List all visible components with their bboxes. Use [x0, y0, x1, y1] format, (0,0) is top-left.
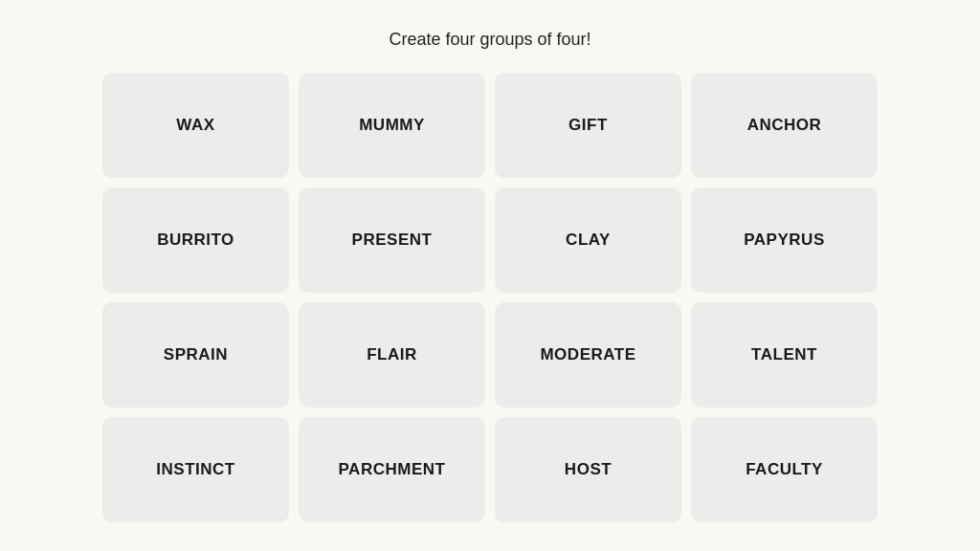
word-tile[interactable]: TALENT	[691, 302, 878, 408]
word-tile[interactable]: MUMMY	[299, 73, 485, 178]
word-tile-label: ANCHOR	[738, 116, 832, 135]
word-tile-label: PAPYRUS	[734, 231, 835, 250]
word-tile-label: MUMMY	[349, 116, 434, 135]
word-grid: WAXMUMMYGIFTANCHORBURRITOPRESENTCLAYPAPY…	[102, 73, 878, 522]
word-tile-label: CLAY	[556, 231, 620, 250]
word-tile-label: PARCHMENT	[329, 460, 456, 479]
word-tile-label: INSTINCT	[146, 460, 244, 479]
word-tile[interactable]: WAX	[102, 73, 289, 178]
word-tile[interactable]: HOST	[495, 417, 681, 522]
word-tile[interactable]: PRESENT	[299, 187, 485, 293]
instruction-text: Create four groups of four!	[389, 30, 590, 50]
word-tile[interactable]: FACULTY	[691, 417, 878, 522]
game-container: Create four groups of four! WAXMUMMYGIFT…	[83, 11, 897, 541]
word-tile-label: PRESENT	[343, 231, 442, 250]
word-tile[interactable]: PARCHMENT	[299, 417, 485, 522]
word-tile[interactable]: MODERATE	[495, 302, 681, 408]
word-tile-label: HOST	[555, 460, 621, 479]
word-tile[interactable]: INSTINCT	[102, 417, 289, 522]
word-tile-label: GIFT	[559, 116, 617, 135]
word-tile-label: WAX	[167, 116, 224, 135]
word-tile-label: FLAIR	[357, 345, 427, 364]
word-tile-label: MODERATE	[530, 345, 645, 364]
word-tile[interactable]: ANCHOR	[691, 73, 878, 178]
word-tile-label: FACULTY	[736, 460, 833, 479]
word-tile[interactable]: SPRAIN	[102, 302, 289, 408]
word-tile[interactable]: PAPYRUS	[691, 187, 878, 293]
word-tile[interactable]: FLAIR	[299, 302, 485, 408]
word-tile[interactable]: CLAY	[495, 187, 681, 293]
word-tile[interactable]: BURRITO	[102, 187, 289, 293]
word-tile-label: SPRAIN	[154, 345, 237, 364]
word-tile-label: BURRITO	[147, 231, 244, 250]
word-tile-label: TALENT	[742, 345, 827, 364]
word-tile[interactable]: GIFT	[495, 73, 681, 178]
